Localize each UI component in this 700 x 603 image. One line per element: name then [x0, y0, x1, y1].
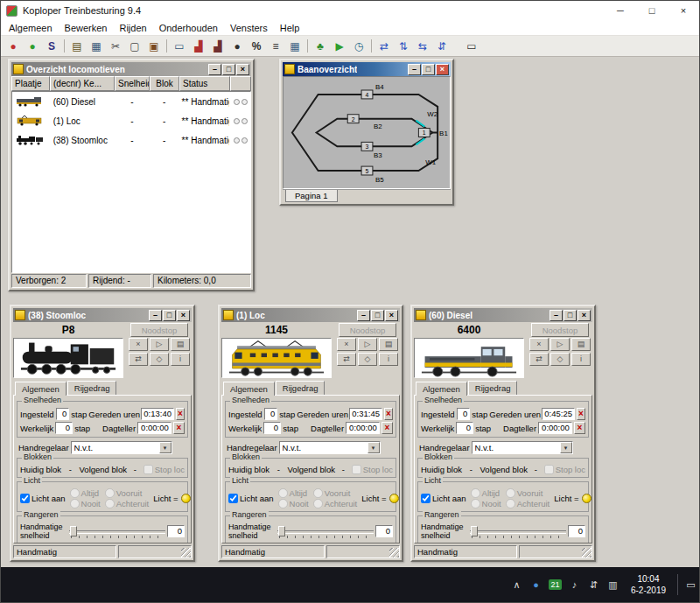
list-item[interactable]: (60) Diesel - - ** Handmatig ** — [12, 92, 250, 111]
functions-button[interactable]: ▤ — [171, 338, 190, 351]
functions-button[interactable]: ▤ — [379, 338, 398, 351]
minimize-button[interactable]: ─ — [605, 1, 636, 20]
noodstop-button[interactable]: Noodstop — [339, 323, 396, 337]
licht-aan-checkbox[interactable] — [228, 494, 238, 503]
handregelaar-select[interactable]: N.v.t. ▼ — [279, 441, 381, 454]
vooruit-pp-radio[interactable] — [284, 543, 293, 543]
licht-aan-checkbox[interactable] — [20, 494, 30, 503]
loco-window-titlebar[interactable]: (1) Loc – □ × — [221, 308, 400, 322]
altijd-radio[interactable] — [471, 488, 480, 498]
resize-grip[interactable] — [582, 548, 592, 557]
speed-slider[interactable] — [277, 525, 374, 538]
noodstop-button[interactable]: Noodstop — [130, 323, 188, 337]
minimize-button[interactable]: – — [408, 64, 421, 75]
speed-slider[interactable] — [470, 525, 566, 538]
achteruit-pp-radio[interactable] — [131, 543, 141, 543]
ingesteld-value[interactable]: 0 — [56, 408, 70, 420]
start-button[interactable]: ▷ — [550, 338, 570, 351]
ingesteld-value[interactable]: 0 — [457, 408, 471, 420]
transfer-button[interactable]: ⇆ — [413, 38, 432, 55]
tab-rijgedrag[interactable]: Rijgedrag — [468, 381, 518, 395]
maximize-button[interactable]: □ — [222, 64, 235, 75]
loco-dark-button[interactable]: ▟ — [208, 38, 228, 55]
handregelaar-select[interactable]: N.v.t. ▼ — [472, 441, 573, 454]
loco-window-titlebar[interactable]: (38) Stoomloc – □ × — [13, 308, 192, 322]
tray-chevron-icon[interactable]: ∧ — [510, 579, 523, 591]
reset-gereden-uren-button[interactable]: × — [384, 408, 393, 420]
functions-button[interactable]: ▤ — [571, 338, 591, 351]
menu-bewerken[interactable]: Bewerken — [59, 22, 114, 34]
track-titlebar[interactable]: Baanoverzicht – □ × — [283, 62, 451, 76]
reset-gereden-uren-button[interactable]: × — [577, 408, 585, 420]
rangeren-checkbox[interactable] — [228, 543, 238, 543]
letter-s-button[interactable]: S — [42, 38, 61, 55]
loco-window-titlebar[interactable]: (60) Diesel – □ × — [414, 308, 592, 322]
werkelijk-value[interactable]: 0 — [456, 422, 473, 434]
resize-grip[interactable] — [181, 548, 191, 557]
info-button[interactable]: i — [571, 353, 591, 366]
reset-gereden-uren-button[interactable]: × — [176, 408, 185, 420]
maximize-button[interactable]: □ — [564, 310, 577, 321]
record-button[interactable]: ● — [228, 38, 247, 55]
signal-red-button[interactable]: ● — [4, 38, 23, 55]
rangeren-checkbox[interactable] — [20, 543, 30, 543]
close-button[interactable]: × — [668, 1, 699, 20]
route-button[interactable]: ◇ — [150, 353, 169, 366]
tab-rijgedrag[interactable]: Rijgedrag — [67, 381, 117, 395]
stop-button[interactable]: × — [529, 338, 549, 351]
vooruit-pp-radio[interactable] — [476, 543, 486, 543]
column-header-blank[interactable] — [230, 76, 251, 91]
noodstop-button[interactable]: Noodstop — [531, 323, 589, 337]
altijd-radio[interactable] — [278, 488, 288, 498]
chevron-down-icon[interactable]: ▼ — [560, 442, 572, 453]
battery-badge[interactable]: 21 — [549, 579, 562, 590]
column-header-plaatje[interactable]: Plaatje — [11, 76, 50, 91]
chevron-down-icon[interactable]: ▼ — [368, 442, 380, 453]
handregelaar-select[interactable]: N.v.t. ▼ — [71, 441, 172, 454]
stop-loc-checkbox[interactable] — [144, 465, 153, 474]
info-button[interactable]: i — [379, 353, 398, 366]
minimize-button[interactable]: – — [208, 64, 221, 75]
achteruit-radio[interactable] — [313, 499, 323, 508]
stop-loc-checkbox[interactable] — [544, 465, 554, 474]
vooruit-radio[interactable] — [313, 488, 323, 498]
stop-button[interactable]: × — [337, 338, 356, 351]
close-button[interactable]: × — [385, 310, 398, 321]
storage-icon[interactable]: ▥ — [606, 579, 620, 591]
reset-dagteller-button[interactable]: × — [382, 422, 393, 434]
close-button[interactable]: × — [436, 64, 449, 75]
minimize-button[interactable]: – — [357, 310, 370, 321]
network-icon[interactable]: ⇵ — [587, 579, 600, 591]
percent-button[interactable]: % — [247, 38, 266, 55]
achteruit-radio[interactable] — [105, 499, 115, 508]
menu-onderhouden[interactable]: Onderhouden — [153, 22, 224, 34]
nooit-radio[interactable] — [471, 499, 480, 508]
volume-icon[interactable]: ♪ — [568, 579, 581, 590]
tab-rijgedrag[interactable]: Rijgedrag — [276, 381, 326, 395]
swap-horizontal-button[interactable]: ⇄ — [374, 38, 394, 55]
start-button[interactable]: ▷ — [150, 338, 169, 351]
direction-button[interactable]: ⇄ — [129, 353, 148, 366]
cut-button[interactable]: ✂ — [106, 38, 125, 55]
tray-app-icon[interactable]: ● — [529, 579, 542, 590]
werkelijk-value[interactable]: 0 — [263, 422, 281, 434]
start-button[interactable]: ▷ — [358, 338, 377, 351]
tab-pagina-1[interactable]: Pagina 1 — [285, 190, 338, 202]
signal-green-button[interactable]: ● — [23, 38, 42, 55]
ingesteld-value[interactable]: 0 — [264, 408, 278, 420]
copy-button[interactable]: ▢ — [125, 38, 144, 55]
maximize-button[interactable]: □ — [422, 64, 435, 75]
column-header-status[interactable]: Status — [179, 76, 230, 91]
action-center-icon[interactable]: ▭ — [684, 579, 697, 591]
start-button[interactable]: ▶ — [330, 38, 349, 55]
column-header-snelheid[interactable]: Snelheid — [115, 76, 150, 91]
minimize-button[interactable]: – — [149, 310, 162, 321]
altijd-radio[interactable] — [70, 488, 80, 498]
achteruit-pp-radio[interactable] — [532, 543, 542, 543]
werkelijk-value[interactable]: 0 — [55, 422, 73, 434]
direction-button[interactable]: ⇄ — [337, 353, 356, 366]
paste-button[interactable]: ▣ — [144, 38, 164, 55]
column-header-blok[interactable]: Blok — [150, 76, 179, 91]
column-header-decnr[interactable]: (decnr) Ke... — [50, 76, 115, 91]
achteruit-pp-radio[interactable] — [340, 543, 349, 543]
